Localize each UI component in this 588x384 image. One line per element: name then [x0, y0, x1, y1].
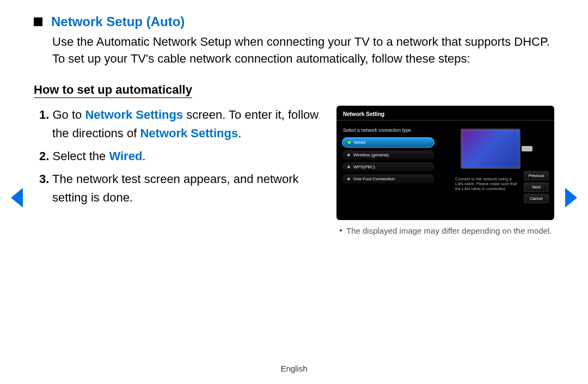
step-number: 3.: [39, 172, 49, 186]
link-wired: Wired: [109, 149, 142, 163]
tv-instruction: Select a network connection type.: [343, 127, 412, 133]
tv-previous-button[interactable]: Previous: [524, 171, 549, 180]
tv-option-list: WiredWireless (general)WPS(PBC)One Foot …: [342, 137, 434, 186]
section-bullet-icon: [34, 17, 42, 26]
tv-next-button[interactable]: Next: [524, 182, 549, 192]
step-text: .: [142, 149, 145, 163]
radio-dot-icon: [348, 141, 351, 144]
step-text: The network test screen appears, and net…: [52, 172, 299, 204]
radio-dot-icon: [347, 178, 350, 180]
page-content: Network Setup (Auto) Use the Automatic N…: [0, 0, 588, 236]
tv-panel-title: Network Setting: [343, 111, 384, 117]
tv-option-label: WPS(PBC): [353, 164, 375, 169]
nav-next-arrow[interactable]: [565, 188, 577, 208]
link-network-settings: Network Settings: [140, 126, 238, 140]
link-network-settings: Network Settings: [85, 108, 183, 121]
tv-tab-strip: [336, 120, 554, 121]
tv-option-label: Wireless (general): [353, 153, 389, 157]
tv-option-label: Wired: [354, 140, 365, 145]
tv-preview-image: [461, 129, 520, 169]
nav-prev-arrow[interactable]: [11, 188, 23, 208]
screenshot-caption: The displayed image may differ depending…: [336, 225, 554, 236]
tv-option-one-foot-connection[interactable]: One Foot Connection: [342, 174, 434, 184]
sub-heading: How to set up automatically: [34, 83, 192, 98]
intro-paragraph: Use the Automatic Network Setup when con…: [52, 34, 554, 68]
tv-cancel-button[interactable]: Cancel: [524, 194, 549, 203]
page-footer-language: English: [0, 364, 588, 373]
tv-option-wireless-general-[interactable]: Wireless (general): [342, 150, 434, 160]
radio-dot-icon: [347, 166, 350, 168]
steps-list: 1. Go to Network Settings screen. To ent…: [34, 106, 324, 236]
step-text: Select the: [52, 149, 109, 163]
tv-option-wps-pbc-[interactable]: WPS(PBC): [342, 162, 434, 172]
step-text: Go to: [52, 108, 85, 121]
step-number: 2.: [39, 149, 49, 163]
step-number: 1.: [39, 108, 49, 121]
tv-screenshot: Network Setting Select a network connect…: [336, 106, 554, 220]
section-title: Network Setup (Auto): [51, 14, 185, 29]
step-text: .: [238, 126, 241, 140]
tv-option-label: One Foot Connection: [353, 176, 395, 181]
tv-option-wired[interactable]: Wired: [342, 137, 434, 148]
radio-dot-icon: [347, 154, 350, 156]
tv-description: Connect to the network using a LAN cable…: [455, 176, 520, 192]
